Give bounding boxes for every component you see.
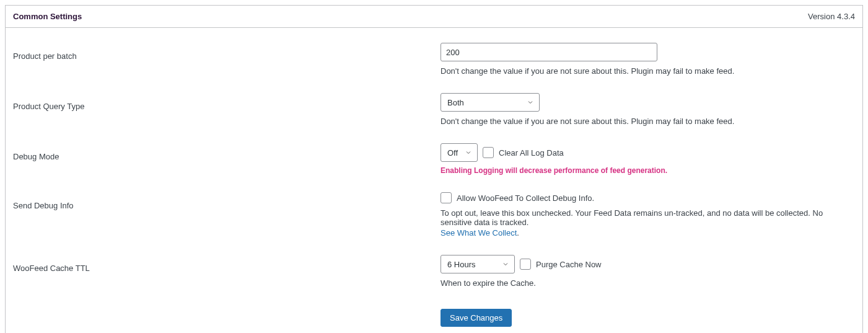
version-label: Version 4.3.4 [808, 12, 855, 21]
cache-ttl-value: 6 Hours [447, 260, 476, 269]
link-period: . [517, 228, 519, 238]
label-send-debug-info: Send Debug Info [13, 192, 441, 210]
save-changes-button[interactable]: Save Changes [441, 309, 512, 327]
purge-cache-label: Purge Cache Now [536, 260, 602, 269]
help-send-debug-info: To opt out, leave this box unchecked. Yo… [441, 208, 855, 227]
help-product-per-batch: Don't change the value if you are not su… [441, 66, 855, 76]
submit-row: Save Changes [13, 296, 855, 327]
debug-mode-select[interactable]: Off [441, 143, 478, 162]
panel-title: Common Settings [13, 12, 82, 21]
panel-body: Product per batch Don't change the value… [6, 28, 862, 333]
product-query-type-select[interactable]: Both [441, 93, 540, 112]
row-product-per-batch: Product per batch Don't change the value… [13, 34, 855, 84]
help-cache-ttl: When to expire the Cache. [441, 278, 855, 288]
clear-log-label: Clear All Log Data [499, 148, 564, 158]
clear-log-checkbox[interactable] [483, 147, 494, 158]
common-settings-panel: Common Settings Version 4.3.4 Product pe… [5, 5, 863, 333]
see-what-we-collect-link[interactable]: See What We Collect [441, 228, 517, 238]
label-cache-ttl: WooFeed Cache TTL [13, 255, 441, 273]
debug-mode-value: Off [447, 148, 458, 158]
label-debug-mode: Debug Mode [13, 143, 441, 161]
cache-ttl-select[interactable]: 6 Hours [441, 255, 515, 273]
row-send-debug-info: Send Debug Info Allow WooFeed To Collect… [13, 184, 855, 246]
help-product-query-type: Don't change the value if you are not su… [441, 117, 855, 126]
label-product-query-type: Product Query Type [13, 93, 441, 111]
row-product-query-type: Product Query Type Both Don't change the… [13, 84, 855, 135]
product-per-batch-input[interactable] [441, 43, 657, 61]
product-query-type-value: Both [447, 98, 464, 107]
panel-header: Common Settings Version 4.3.4 [6, 6, 862, 28]
label-product-per-batch: Product per batch [13, 43, 441, 61]
row-debug-mode: Debug Mode Off Clear All Log Data [13, 135, 855, 184]
allow-collect-checkbox[interactable] [441, 192, 452, 203]
allow-collect-label: Allow WooFeed To Collect Debug Info. [457, 193, 594, 203]
chevron-down-icon [527, 99, 534, 106]
row-cache-ttl: WooFeed Cache TTL 6 Hours Purge Cache N [13, 246, 855, 296]
chevron-down-icon [502, 260, 509, 268]
warn-debug-mode: Enabling Logging will decrease performan… [441, 166, 855, 175]
chevron-down-icon [465, 149, 472, 156]
purge-cache-checkbox[interactable] [520, 259, 531, 270]
